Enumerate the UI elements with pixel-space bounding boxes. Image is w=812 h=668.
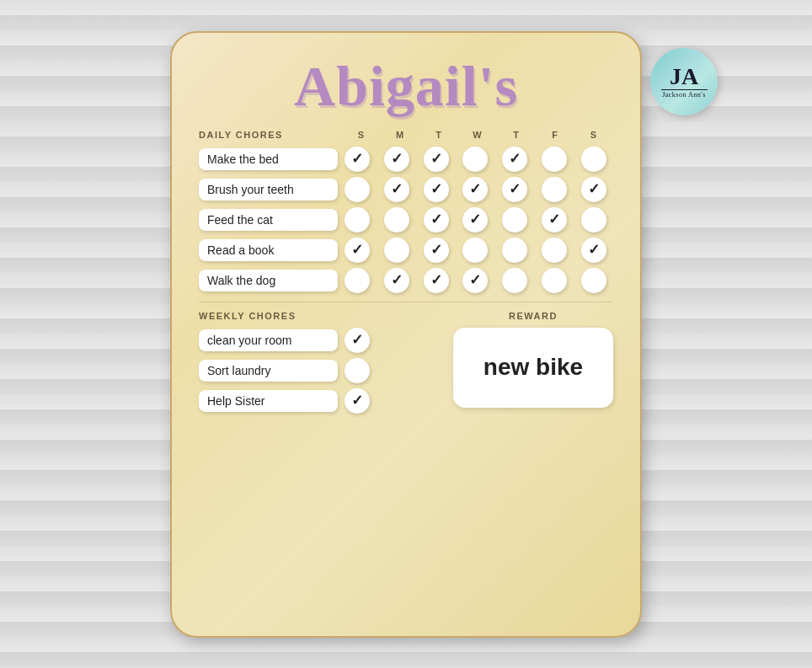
day-m: M <box>386 130 414 140</box>
day-circle[interactable] <box>502 147 527 172</box>
day-f: F <box>541 130 569 140</box>
day-circle[interactable] <box>462 177 488 202</box>
day-circle[interactable] <box>384 177 409 202</box>
day-circle[interactable] <box>424 177 449 202</box>
day-circle[interactable] <box>462 268 488 293</box>
day-circle[interactable] <box>424 147 449 172</box>
weekly-chore-row: Help Sister <box>199 388 440 414</box>
chore-tag: Make the bed <box>199 148 338 170</box>
day-t2: T <box>502 130 531 140</box>
day-w: W <box>463 130 492 140</box>
day-s1: S <box>347 130 376 140</box>
reward-label: REWARD <box>453 311 613 321</box>
day-circles <box>338 268 613 293</box>
chore-tag: Walk the dog <box>199 270 338 291</box>
divider <box>199 302 613 302</box>
weekly-circle[interactable] <box>345 328 370 353</box>
board-title: Abigail's <box>199 53 613 120</box>
day-circle[interactable] <box>384 238 409 263</box>
day-circle[interactable] <box>384 207 409 232</box>
day-circle[interactable] <box>345 177 370 202</box>
day-circle[interactable] <box>542 268 567 293</box>
chore-tag: Read a book <box>199 239 338 261</box>
day-circle[interactable] <box>581 238 606 263</box>
weekly-section: WEEKLY CHORES clean your roomSort laundr… <box>199 311 613 419</box>
weekly-left: WEEKLY CHORES clean your roomSort laundr… <box>199 311 440 419</box>
day-circle[interactable] <box>542 238 567 263</box>
day-circle[interactable] <box>462 207 488 232</box>
logo-circle: JA Jackson Ann's <box>650 48 718 115</box>
day-circle[interactable] <box>581 207 606 232</box>
day-circle[interactable] <box>502 177 527 202</box>
day-circle[interactable] <box>542 207 567 232</box>
chore-row: Feed the cat <box>199 207 613 232</box>
day-circle[interactable] <box>345 147 370 172</box>
chore-tag: Brush your teeth <box>199 179 338 200</box>
daily-chores-header: DAILY CHORES S M T W T F S <box>199 130 613 140</box>
day-circles <box>338 207 613 232</box>
logo-name: Jackson Ann's <box>662 91 706 99</box>
day-s2: S <box>580 130 608 140</box>
weekly-chore-row: Sort laundry <box>199 358 440 383</box>
day-circle[interactable] <box>424 238 449 263</box>
day-circle[interactable] <box>384 268 409 293</box>
day-circle[interactable] <box>542 147 567 172</box>
day-circle[interactable] <box>502 238 527 263</box>
day-circle[interactable] <box>581 268 606 293</box>
day-t1: T <box>425 130 453 140</box>
day-circle[interactable] <box>462 238 488 263</box>
weekly-circle[interactable] <box>345 358 370 383</box>
daily-chores-label: DAILY CHORES <box>199 130 342 140</box>
chore-row: Walk the dog <box>199 268 613 293</box>
day-circle[interactable] <box>581 147 606 172</box>
day-circle[interactable] <box>424 268 449 293</box>
weekly-chore-row: clean your room <box>199 328 440 353</box>
weekly-chore-tag: Help Sister <box>199 390 338 412</box>
logo-underline <box>661 89 708 90</box>
day-circle[interactable] <box>345 268 370 293</box>
day-circle[interactable] <box>424 207 449 232</box>
day-circles <box>338 177 613 202</box>
chore-board: Abigail's DAILY CHORES S M T W T F S Mak… <box>170 31 642 638</box>
reward-section: REWARD new bike <box>453 311 613 408</box>
weekly-chore-tag: clean your room <box>199 329 338 351</box>
day-circle[interactable] <box>502 207 527 232</box>
chore-rows: Make the bedBrush your teethFeed the cat… <box>199 147 613 293</box>
day-circle[interactable] <box>542 177 567 202</box>
day-circles <box>338 147 613 172</box>
day-circle[interactable] <box>345 238 370 263</box>
chore-row: Make the bed <box>199 147 613 172</box>
weekly-chore-tag: Sort laundry <box>199 360 338 382</box>
logo-initials: JA <box>670 65 698 88</box>
day-circles <box>338 238 613 263</box>
reward-box: new bike <box>453 328 613 408</box>
day-circle[interactable] <box>462 147 488 172</box>
chore-tag: Feed the cat <box>199 209 338 231</box>
weekly-chores-label: WEEKLY CHORES <box>199 311 440 321</box>
day-circle[interactable] <box>384 147 409 172</box>
chore-row: Read a book <box>199 238 613 263</box>
day-headers: S M T W T F S <box>342 130 613 140</box>
day-circle[interactable] <box>581 177 606 202</box>
day-circle[interactable] <box>502 268 527 293</box>
weekly-rows: clean your roomSort laundryHelp Sister <box>199 328 440 414</box>
chore-row: Brush your teeth <box>199 177 613 202</box>
weekly-circle[interactable] <box>345 388 370 414</box>
day-circle[interactable] <box>345 207 370 232</box>
